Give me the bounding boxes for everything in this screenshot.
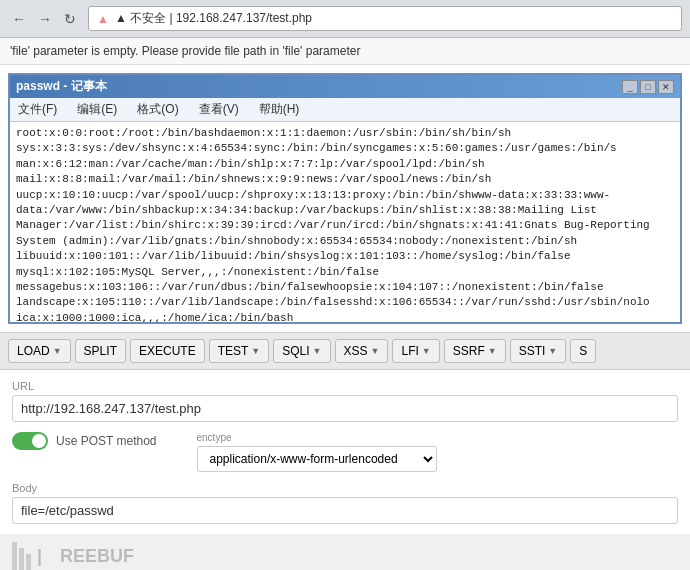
warning-bar: 'file' parameter is empty. Please provid…: [0, 38, 690, 65]
forward-button[interactable]: →: [34, 9, 56, 29]
notepad-line: sys:x:3:3:sys:/dev/shsync:x:4:65534:sync…: [16, 141, 674, 156]
notepad-menubar: 文件(F)编辑(E)格式(O)查看(V)帮助(H): [10, 98, 680, 122]
toolbar-button-test[interactable]: TEST▼: [209, 339, 270, 363]
toggle-group: Use POST method: [12, 432, 157, 450]
notepad-line: uucp:x:10:10:uucp:/var/spool/uucp:/shpro…: [16, 188, 674, 203]
dropdown-arrow-icon: ▼: [313, 346, 322, 356]
toolbar-button-sqli[interactable]: SQLI▼: [273, 339, 330, 363]
notepad-line: man:x:6:12:man:/var/cache/man:/bin/shlp:…: [16, 157, 674, 172]
watermark-text: | REEBUF: [37, 546, 134, 567]
notepad-line: landscape:x:105:110::/var/lib/landscape:…: [16, 295, 674, 310]
notepad-line: ica:x:1000:1000:ica,,,:/home/ica:/bin/ba…: [16, 311, 674, 322]
bar2: [19, 548, 24, 570]
minimize-button[interactable]: _: [622, 80, 638, 94]
toolbar-button-ssrf[interactable]: SSRF▼: [444, 339, 506, 363]
notepad-menu-item[interactable]: 文件(F): [14, 100, 61, 119]
toolbar: LOAD▼SPLITEXECUTETEST▼SQLI▼XSS▼LFI▼SSRF▼…: [0, 332, 690, 370]
notepad-menu-item[interactable]: 帮助(H): [255, 100, 304, 119]
toolbar-button-ssti[interactable]: SSTI▼: [510, 339, 567, 363]
method-label: Use POST method: [56, 434, 157, 448]
close-button[interactable]: ✕: [658, 80, 674, 94]
address-bar[interactable]: ▲ ▲ 不安全 | 192.168.247.137/test.php: [88, 6, 682, 31]
notepad-line: root:x:0:0:root:/root:/bin/bashdaemon:x:…: [16, 126, 674, 141]
notepad-line: Manager:/var/list:/bin/shirc:x:39:39:irc…: [16, 218, 674, 233]
browser-bar: ← → ↻ ▲ ▲ 不安全 | 192.168.247.137/test.php: [0, 0, 690, 38]
notepad-line: messagebus:x:103:106::/var/run/dbus:/bin…: [16, 280, 674, 295]
toolbar-button-load[interactable]: LOAD▼: [8, 339, 71, 363]
notepad-line: data:/var/www:/bin/shbackup:x:34:34:back…: [16, 203, 674, 218]
notepad-window: passwd - 记事本 _ □ ✕ 文件(F)编辑(E)格式(O)查看(V)帮…: [8, 73, 682, 324]
address-text: ▲ 不安全 | 192.168.247.137/test.php: [115, 10, 312, 27]
toolbar-button-execute[interactable]: EXECUTE: [130, 339, 205, 363]
notepad-menu-item[interactable]: 查看(V): [195, 100, 243, 119]
url-label: URL: [12, 380, 678, 392]
titlebar-buttons: _ □ ✕: [622, 80, 674, 94]
security-icon: ▲: [97, 12, 109, 26]
toolbar-button-s[interactable]: S: [570, 339, 596, 363]
enctype-select[interactable]: application/x-www-form-urlencodedmultipa…: [197, 446, 437, 472]
method-row: Use POST method enctype application/x-ww…: [12, 432, 678, 472]
watermark-bars: [12, 542, 31, 570]
notepad-line: mail:x:8:8:mail:/var/mail:/bin/shnews:x:…: [16, 172, 674, 187]
notepad-menu-item[interactable]: 格式(O): [133, 100, 182, 119]
reload-button[interactable]: ↻: [60, 9, 80, 29]
notepad-line: mysql:x:102:105:MySQL Server,,,:/nonexis…: [16, 265, 674, 280]
post-method-toggle[interactable]: [12, 432, 48, 450]
watermark: | REEBUF: [0, 534, 690, 570]
warning-text: 'file' parameter is empty. Please provid…: [10, 44, 360, 58]
notepad-line: libuuid:x:100:101::/var/lib/libuuid:/bin…: [16, 249, 674, 264]
toggle-knob: [32, 434, 46, 448]
toolbar-button-xss[interactable]: XSS▼: [335, 339, 389, 363]
body-input[interactable]: [12, 497, 678, 524]
bar3: [26, 554, 31, 570]
nav-buttons: ← → ↻: [8, 9, 80, 29]
notepad-titlebar: passwd - 记事本 _ □ ✕: [10, 75, 680, 98]
toolbar-button-lfi[interactable]: LFI▼: [392, 339, 439, 363]
notepad-content: root:x:0:0:root:/root:/bin/bashdaemon:x:…: [10, 122, 680, 322]
dropdown-arrow-icon: ▼: [371, 346, 380, 356]
dropdown-arrow-icon: ▼: [53, 346, 62, 356]
maximize-button[interactable]: □: [640, 80, 656, 94]
url-input[interactable]: [12, 395, 678, 422]
bar1: [12, 542, 17, 570]
dropdown-arrow-icon: ▼: [251, 346, 260, 356]
form-area: URL Use POST method enctype application/…: [0, 370, 690, 534]
dropdown-arrow-icon: ▼: [422, 346, 431, 356]
back-button[interactable]: ←: [8, 9, 30, 29]
enctype-label: enctype: [197, 432, 437, 443]
notepad-title: passwd - 记事本: [16, 78, 107, 95]
body-label: Body: [12, 482, 678, 494]
main-content: passwd - 记事本 _ □ ✕ 文件(F)编辑(E)格式(O)查看(V)帮…: [0, 65, 690, 332]
notepad-menu-item[interactable]: 编辑(E): [73, 100, 121, 119]
dropdown-arrow-icon: ▼: [548, 346, 557, 356]
dropdown-arrow-icon: ▼: [488, 346, 497, 356]
toolbar-button-split[interactable]: SPLIT: [75, 339, 126, 363]
notepad-line: System (admin):/var/lib/gnats:/bin/shnob…: [16, 234, 674, 249]
enctype-group: enctype application/x-www-form-urlencode…: [197, 432, 437, 472]
